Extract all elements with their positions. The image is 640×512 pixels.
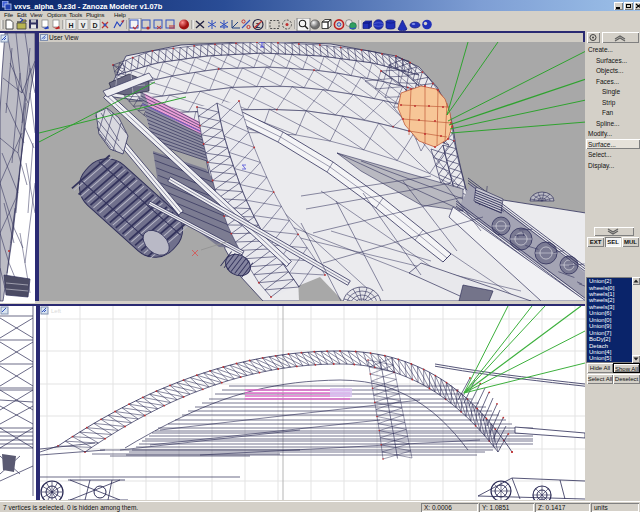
svg-text:V: V [81,22,86,29]
svg-text:H: H [68,22,73,29]
svg-text:Left: Left [51,308,61,314]
svg-text:D: D [92,22,97,29]
